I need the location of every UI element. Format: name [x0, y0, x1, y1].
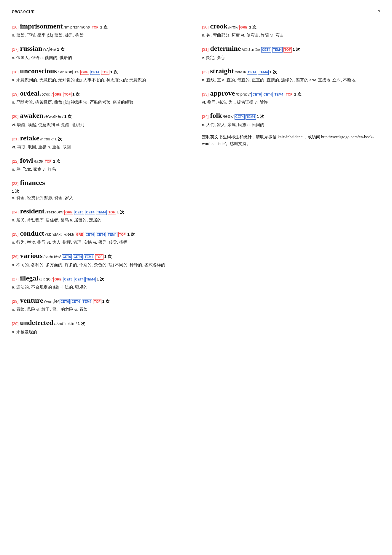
entry-header: [29] undetected /.ʌndɪ'tektɪd/ 1 次	[12, 317, 190, 328]
count: 1 次	[72, 91, 80, 98]
entry-num: [20]	[12, 113, 19, 120]
entry-word: resident	[20, 205, 44, 217]
entry-def: n. 居民, 常驻程序, 居住者, 留鸟 a. 居留的, 定居的	[12, 217, 190, 223]
entry-header: [27] illegal /ɪ'liːgəl/ GRE CET6 CET4 TE…	[12, 272, 190, 284]
badge-gre: GRE	[64, 210, 73, 215]
entry-def: n. 严酷考验, 痛苦经历, 煎熬 [法] 神裁判法, 严酷的考验, 痛苦的经验	[12, 99, 190, 106]
entry-def: n. 直线, 直 a. 直的, 笔直的, 正直的, 直接的, 连续的, 整齐的 …	[202, 77, 380, 83]
entry-num: [16]	[12, 24, 19, 31]
badge-cet4: CET4	[73, 254, 83, 259]
phonetic: /'rezɪdənt/	[45, 209, 64, 215]
phonetic: /faʊl/	[34, 158, 43, 165]
phonetic: /.ʌndɪ'tektɪd/	[54, 321, 77, 327]
entry-conduct: [25] conduct /'kɒndʌkt, -dəkt/ GRE CET6 …	[12, 228, 190, 246]
left-column: [16] imprisonment /ɪm'prɪznmənt/ TOF 1 次…	[12, 20, 190, 340]
entry-header: [26] various /'veərɪəs/ CET6 CET4 TEM4 T…	[12, 250, 190, 261]
badge-cet4: CET4	[90, 70, 100, 75]
count: 1 次	[97, 276, 104, 283]
phonetic: /.ʌn'kɒnʃəs/	[58, 69, 79, 75]
badge-tof: TOF	[95, 254, 103, 259]
badge-tof: TOF	[101, 70, 109, 75]
entry-num: [33]	[202, 91, 209, 98]
badge-cet6: CET6	[63, 277, 73, 282]
content-columns: [16] imprisonment /ɪm'prɪznmənt/ TOF 1 次…	[12, 20, 380, 340]
badge-cet4: CET4	[96, 232, 106, 237]
entry-header: [20] awaken /ə'weɪkən/ 1 次	[12, 110, 190, 121]
entry-def: n. 鸟, 飞禽, 家禽 vi. 打鸟	[12, 166, 190, 173]
phonetic: /ɔː'diːl/	[40, 91, 53, 98]
entry-num: [23]	[12, 180, 19, 187]
entry-word: straight	[210, 65, 234, 77]
count: 1 次	[102, 298, 110, 305]
phonetic: /ə'weɪkən/	[44, 113, 63, 120]
entry-header: [33] approve /ə'pruːv/ CET6 CET4 TEM4 TO…	[202, 88, 380, 99]
entry-header: [32] straight /streɪt/ CET4 TEM4 1 次	[202, 65, 380, 77]
badge-tof: TOF	[63, 92, 71, 97]
entry-word: conduct	[20, 228, 44, 239]
entry-subheader: 1 次	[12, 188, 190, 194]
entry-header: [22] fowl /faʊl/ TOF 1 次	[12, 155, 190, 166]
entry-num: [18]	[12, 69, 19, 75]
entry-word: approve	[210, 88, 235, 99]
phonetic: /ə'pruːv/	[236, 91, 251, 98]
count: 1 次	[57, 46, 64, 53]
entry-header: [17] russian /'rʌʃən/ 1 次	[12, 43, 190, 54]
entry-num: [30]	[202, 24, 209, 31]
entry-header: [23] finances	[12, 177, 190, 188]
badge-tem4: TEM4	[107, 232, 117, 237]
entry-finances: [23] finances 1 次 n. 资金, 经费 [经] 财源, 资金, …	[12, 177, 190, 201]
phonetic: /streɪt/	[235, 69, 246, 75]
badge-tof: TOF	[108, 210, 116, 215]
count: 1 次	[100, 24, 107, 31]
entry-word: various	[20, 250, 43, 261]
entry-ordeal: [19] ordeal /ɔː'diːl/ GRE TOF 1 次 n. 严酷考…	[12, 88, 190, 106]
phonetic: /fəʊk/	[223, 113, 234, 120]
entry-header: [16] imprisonment /ɪm'prɪznmənt/ TOF 1 次	[12, 20, 190, 32]
entry-word: venture	[20, 295, 43, 306]
phonetic: /'veərɪəs/	[44, 253, 61, 260]
entry-def: v. 决定, 决心	[202, 55, 380, 61]
badge-tem4: TEM4	[82, 299, 92, 304]
entry-header: [18] unconscious /.ʌn'kɒnʃəs/ GRE CET4 T…	[12, 65, 190, 77]
entry-word: undetected	[20, 317, 53, 328]
phonetic: /riː'teɪk/	[40, 136, 54, 142]
badge-cet4: CET4	[85, 210, 95, 215]
entry-num: [29]	[12, 321, 19, 327]
entry-num: [21]	[12, 136, 19, 142]
phonetic: /krʊk/	[228, 24, 239, 31]
phonetic: /'ventʃə/	[44, 298, 59, 305]
count: 1 次	[293, 46, 300, 53]
count: 1 次	[257, 113, 264, 120]
entry-header: [31] determine /dɪ'tɜːmɪn/ CET4 TEM4 TOF…	[202, 43, 380, 54]
badge-gre: GRE	[239, 25, 248, 30]
entry-folk: [34] folk /fəʊk/ CET4 TEM4 1 次 n. 人们, 家人…	[202, 110, 380, 128]
prologue-label: PROLOGUE	[12, 9, 34, 15]
entry-russian: [17] russian /'rʌʃən/ 1 次 n. 俄国人, 俄语 a. …	[12, 43, 190, 61]
phonetic: /dɪ'tɜːmɪn/	[242, 46, 260, 53]
count: 1 次	[110, 69, 118, 75]
entry-venture: [28] venture /'ventʃə/ CET6 CET4 TEM4 TO…	[12, 295, 190, 313]
entry-determine: [31] determine /dɪ'tɜːmɪn/ CET4 TEM4 TOF…	[202, 43, 380, 61]
entry-def: n. 资金, 经费 [经] 财源, 资金, 岁入	[12, 195, 190, 201]
count: 1 次	[78, 321, 85, 327]
entry-header: [25] conduct /'kɒndʌkt, -dəkt/ GRE CET6 …	[12, 228, 190, 239]
entry-def: n. 冒险, 风险 vt. 敢于, 冒... 的危险 vi. 冒险	[12, 307, 190, 313]
entry-header: [19] ordeal /ɔː'diːl/ GRE TOF 1 次	[12, 88, 190, 99]
entry-word: imprisonment	[20, 20, 63, 32]
count: 1 次	[104, 253, 112, 260]
phonetic: /'kɒndʌkt, -dəkt/	[45, 231, 74, 238]
count: 1 次	[249, 24, 256, 31]
entry-word: folk	[210, 110, 222, 121]
phonetic: /ɪ'liːgəl/	[39, 276, 53, 283]
entry-num: [17]	[12, 46, 19, 53]
entry-num: [25]	[12, 231, 19, 238]
entry-num: [34]	[202, 113, 209, 120]
note-box: 定制英文书生词标注和统计，请联系微信 kaix-inbeidanci，或访问 h…	[202, 134, 380, 148]
entry-crook: [30] crook /krʊk/ GRE 1 次 n. 钩, 弯曲部分, 坏蛋…	[202, 20, 380, 39]
entry-num: [28]	[12, 298, 19, 305]
entry-num: [22]	[12, 158, 19, 165]
count: 1 次	[270, 69, 277, 75]
entry-header: [34] folk /fəʊk/ CET4 TEM4 1 次	[202, 110, 380, 121]
entry-approve: [33] approve /ə'pruːv/ CET6 CET4 TEM4 TO…	[202, 88, 380, 106]
entry-def: vt. 唤醒, 唤起, 使意识到 vi. 觉醒, 意识到	[12, 122, 190, 128]
